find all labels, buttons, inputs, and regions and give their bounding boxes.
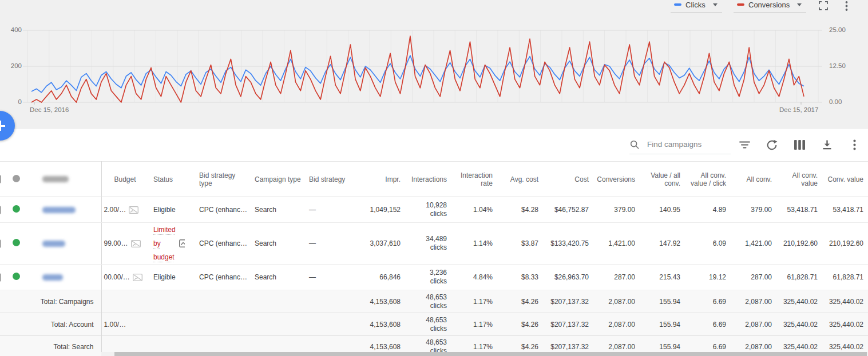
header-avg-cost[interactable]: Avg. cost xyxy=(497,162,543,197)
header-all-conv-value[interactable]: All conv. value xyxy=(776,162,822,197)
header-impr[interactable]: Impr. xyxy=(350,162,405,197)
clicks-legend-label: Clicks xyxy=(685,1,706,9)
campaign-name-cell[interactable] xyxy=(30,197,101,223)
interaction-rate-cell: 1.04% xyxy=(451,197,497,223)
budget-cell: 1.00/… xyxy=(101,313,148,336)
interactions-unit: clicks xyxy=(405,325,447,333)
status-value-limited-by-budget[interactable]: Limited by budget xyxy=(153,223,182,264)
header-all-conv[interactable]: All conv. xyxy=(731,162,776,197)
header-budget[interactable]: Budget xyxy=(101,162,148,197)
all-conv-value-per-click-cell: 6.09 xyxy=(685,223,731,265)
campaign-name-cell[interactable] xyxy=(30,223,101,265)
interactions-cell: 3,236clicks xyxy=(405,265,451,290)
header-interactions[interactable]: Interactions xyxy=(405,162,451,197)
x-axis-start-label: Dec 15, 2016 xyxy=(30,106,69,113)
all-conv-cell: 1,421.00 xyxy=(731,223,776,265)
header-conv-value[interactable]: Conv. value xyxy=(822,162,868,197)
expand-chart-button[interactable] xyxy=(819,1,828,13)
interactions-value: 3,236 xyxy=(405,269,447,277)
total-row-label: Total: Campaigns xyxy=(0,290,101,313)
select-all-checkbox[interactable] xyxy=(0,175,1,183)
cost-cell: $133,420.75 xyxy=(543,223,593,265)
row-checkbox[interactable] xyxy=(0,273,1,282)
row-checkbox[interactable] xyxy=(0,206,1,214)
legend-conversions-dropdown[interactable]: Conversions xyxy=(734,0,806,13)
campaign-type-cell xyxy=(249,290,302,313)
filter-button[interactable] xyxy=(739,141,750,149)
refresh-button[interactable] xyxy=(766,139,778,151)
status-dot-cell xyxy=(8,223,30,265)
right-axis-tick: 12.50 xyxy=(829,62,846,70)
header-cost[interactable]: Cost xyxy=(543,162,593,197)
header-campaign-type[interactable]: Campaign type xyxy=(249,162,302,197)
interaction-rate-cell: 1.14% xyxy=(451,223,497,265)
impr-cell: 1,049,152 xyxy=(350,197,405,223)
horizontal-scrollbar[interactable] xyxy=(101,352,868,356)
campaign-row: 2.00/… Eligible CPC (enhanc… Search — 1,… xyxy=(0,197,868,223)
interactions-value: 48,653 xyxy=(405,338,447,347)
scrollbar-thumb[interactable] xyxy=(114,352,867,356)
avg-cost-cell: $4.26 xyxy=(497,290,543,313)
all-conv-value-per-click-cell: 4.89 xyxy=(685,197,731,223)
avg-cost-cell: $8.33 xyxy=(497,265,543,290)
interactions-unit: clicks xyxy=(405,210,447,218)
header-bid-strategy[interactable]: Bid strategy xyxy=(302,162,350,197)
legend-clicks-dropdown[interactable]: Clicks xyxy=(671,0,722,13)
left-axis-tick: 0 xyxy=(6,98,22,106)
impr-cell: 4,153,608 xyxy=(350,313,405,336)
interaction-rate-cell: 1.17% xyxy=(451,290,497,313)
status-value[interactable]: Eligible xyxy=(153,273,176,281)
redacted-campaign-name xyxy=(42,241,65,247)
status-dot-header[interactable] xyxy=(8,162,30,197)
campaign-name-cell[interactable] xyxy=(30,265,101,290)
enabled-status-dot[interactable] xyxy=(13,205,20,213)
header-interaction-rate[interactable]: Interaction rate xyxy=(451,162,497,197)
campaign-type-cell xyxy=(249,313,302,336)
bid-strategy-chart-icon[interactable] xyxy=(179,239,185,247)
x-axis-end-label: Dec 15, 2017 xyxy=(779,106,818,113)
chart-more-options-button[interactable] xyxy=(845,1,848,13)
status-value[interactable]: Eligible xyxy=(153,206,176,214)
campaign-type-cell: Search xyxy=(249,265,302,290)
budget-cell xyxy=(101,290,148,313)
select-all-cell xyxy=(0,162,8,197)
conversions-cell: 2,087.00 xyxy=(593,290,640,313)
interaction-rate-cell: 4.84% xyxy=(451,265,497,290)
download-button[interactable] xyxy=(821,140,833,150)
header-bid-strategy-type[interactable]: Bid strategy type xyxy=(185,162,249,197)
value-per-all-conv-cell: 215.43 xyxy=(640,265,685,290)
find-campaigns-search[interactable] xyxy=(629,139,731,154)
campaign-name-header[interactable] xyxy=(30,162,101,197)
campaign-row: 00.00/… Eligible CPC (enhanc… Search — 6… xyxy=(0,265,868,290)
header-value-per-all-conv[interactable]: Value / all conv. xyxy=(640,162,685,197)
interactions-cell: 48,653clicks xyxy=(405,313,451,336)
all-conv-cell: 2,087.00 xyxy=(731,313,776,336)
cost-cell: $207,137.32 xyxy=(543,313,593,336)
status-filter-dot-icon[interactable] xyxy=(13,175,20,182)
impr-cell: 4,153,608 xyxy=(350,290,405,313)
campaigns-table: Budget Status Bid strategy type Campaign… xyxy=(0,161,868,356)
conv-value-cell: 53,418.71 xyxy=(822,197,868,223)
header-status[interactable]: Status xyxy=(148,162,185,197)
budget-cell: 2.00/… xyxy=(101,197,148,223)
redacted-campaign-header xyxy=(42,176,69,182)
bid-strategy-type-cell: CPC (enhanc… xyxy=(185,223,249,265)
columns-button[interactable] xyxy=(794,140,805,150)
header-all-conv-value-per-click[interactable]: All conv. value / click xyxy=(685,162,731,197)
enabled-status-dot[interactable] xyxy=(13,273,20,280)
value-per-all-conv-cell: 147.92 xyxy=(640,223,685,265)
fullscreen-icon xyxy=(819,1,828,10)
performance-chart-panel: Clicks Conversions 400 200 0 25.00 12.50… xyxy=(0,0,868,129)
status-dot-cell xyxy=(8,197,30,223)
header-conversions[interactable]: Conversions xyxy=(593,162,640,197)
row-checkbox[interactable] xyxy=(0,239,1,248)
search-input[interactable] xyxy=(647,140,727,149)
chevron-down-icon xyxy=(797,3,802,6)
enabled-status-dot[interactable] xyxy=(13,239,20,246)
right-axis-tick: 0.00 xyxy=(829,98,842,106)
conversions-cell: 1,421.00 xyxy=(593,223,640,265)
interactions-unit: clicks xyxy=(405,277,447,286)
table-more-options-button[interactable] xyxy=(849,139,860,150)
conversions-cell: 379.00 xyxy=(593,197,640,223)
left-axis-tick: 200 xyxy=(6,62,22,70)
